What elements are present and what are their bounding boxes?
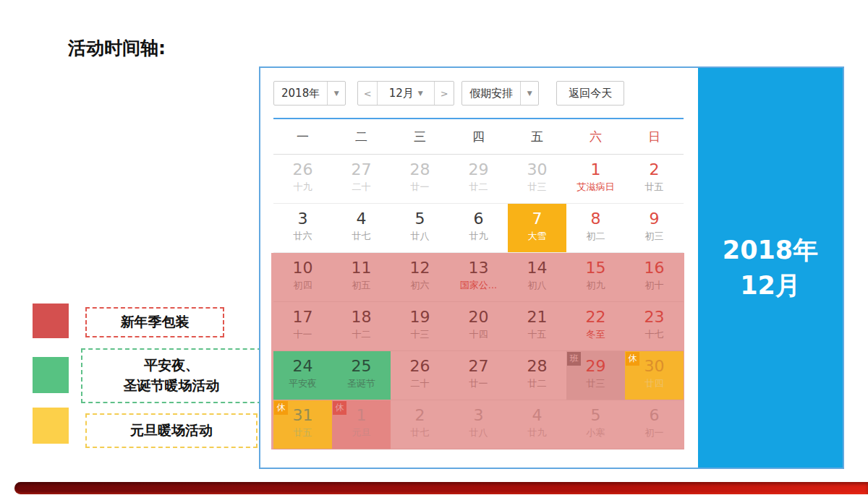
- month-select[interactable]: 12月 ▼: [378, 82, 434, 105]
- day-number: 22: [566, 307, 625, 327]
- page-title: 活动时间轴:: [68, 36, 166, 60]
- weekday-header-row: 一二三四五六日: [273, 119, 684, 155]
- calendar-day-cell[interactable]: 19十三: [391, 302, 449, 350]
- calendar-day-cell[interactable]: 9初三: [625, 204, 684, 252]
- lunar-label: 廿二: [449, 180, 508, 194]
- calendar-day-cell[interactable]: 21十五: [508, 302, 566, 350]
- calendar-grid: 一二三四五六日 26十九27二十28廿一29廿二30廿三1艾滋病日2廿五3廿六4…: [273, 118, 684, 449]
- legend-label-text: 新年季包装: [121, 312, 190, 332]
- calendar-week-row: 10初四11初五12初六13国家公...14初八15初九16初十: [273, 253, 684, 302]
- calendar-day-cell[interactable]: 18十二: [332, 302, 391, 350]
- calendar-day-cell[interactable]: 3廿八: [449, 400, 508, 449]
- calendar-day-cell[interactable]: 1艾滋病日: [566, 155, 625, 203]
- calendar-day-cell[interactable]: 13国家公...: [449, 253, 508, 301]
- calendar-day-cell[interactable]: 30廿三: [508, 155, 566, 203]
- day-number: 13: [449, 258, 508, 278]
- chevron-down-icon[interactable]: ▼: [327, 82, 345, 105]
- day-number: 16: [625, 258, 684, 278]
- calendar-day-cell[interactable]: 20十四: [449, 302, 508, 350]
- calendar-week-row: 24平安夜25圣诞节26二十27廿一28廿二班29廿三休30廿四: [273, 351, 684, 400]
- calendar-day-cell[interactable]: 23十七: [625, 302, 684, 350]
- calendar-week-row: 休31廿五休1元旦2廿七3廿八4廿九5小寒6初一: [273, 400, 684, 449]
- day-number: 25: [332, 356, 391, 376]
- back-to-today-button[interactable]: 返回今天: [556, 81, 624, 106]
- calendar-day-cell[interactable]: 3廿六: [273, 204, 332, 252]
- weekday-header: 三: [391, 119, 449, 154]
- legend-label-text: 圣诞节暖场活动: [124, 376, 220, 396]
- calendar-day-cell[interactable]: 28廿一: [391, 155, 449, 203]
- calendar-day-cell[interactable]: 17十一: [273, 302, 332, 350]
- day-number: 4: [332, 209, 391, 229]
- lunar-label: 廿八: [391, 229, 449, 243]
- lunar-label: 初六: [391, 278, 449, 292]
- calendar-day-cell[interactable]: 8初二: [566, 204, 625, 252]
- chevron-down-icon: ▼: [418, 90, 423, 97]
- lunar-label: 冬至: [566, 327, 625, 341]
- calendar-day-cell[interactable]: 休30廿四: [625, 351, 684, 400]
- calendar-day-cell[interactable]: 4廿九: [508, 400, 566, 449]
- calendar-day-cell[interactable]: 班29廿三: [566, 351, 625, 400]
- holiday-plan-value: 假期安排: [462, 87, 520, 100]
- legend-label-text: 元旦暖场活动: [130, 421, 213, 441]
- decorative-red-bar: [14, 482, 868, 494]
- calendar-day-cell[interactable]: 25圣诞节: [332, 351, 391, 400]
- day-number: 26: [391, 356, 449, 376]
- lunar-label: 廿五: [625, 180, 684, 194]
- calendar-day-cell[interactable]: 4廿七: [332, 204, 391, 252]
- lunar-label: 大雪: [508, 229, 566, 243]
- lunar-label: 十三: [391, 327, 449, 341]
- calendar-day-cell[interactable]: 27二十: [332, 155, 391, 203]
- calendar-day-cell[interactable]: 29廿二: [449, 155, 508, 203]
- lunar-label: 圣诞节: [332, 376, 391, 390]
- day-number: 3: [449, 405, 508, 426]
- lunar-label: 平安夜: [273, 376, 332, 390]
- calendar-day-cell[interactable]: 15初九: [566, 253, 625, 301]
- calendar-day-cell[interactable]: 2廿五: [625, 155, 684, 203]
- calendar-day-cell[interactable]: 12初六: [391, 253, 449, 301]
- calendar-day-cell[interactable]: 6廿九: [449, 204, 508, 252]
- lunar-label: 十一: [273, 327, 332, 341]
- lunar-label: 二十: [391, 376, 449, 390]
- calendar-day-cell[interactable]: 28廿二: [508, 351, 566, 400]
- lunar-label: 元旦: [332, 426, 391, 439]
- calendar-day-cell[interactable]: 11初五: [332, 253, 391, 301]
- calendar-day-cell[interactable]: 14初八: [508, 253, 566, 301]
- calendar-day-cell[interactable]: 27廿一: [449, 351, 508, 400]
- lunar-label: 廿七: [391, 426, 449, 439]
- lunar-label: 廿五: [273, 426, 332, 439]
- calendar-day-cell[interactable]: 休1元旦: [332, 400, 391, 449]
- calendar-day-cell[interactable]: 2廿七: [391, 400, 449, 449]
- legend-label-christmas-activity: 平安夜、 圣诞节暖场活动: [81, 348, 262, 403]
- day-number: 30: [508, 160, 566, 180]
- legend-swatch-yellow: [33, 408, 69, 444]
- slide: 活动时间轴: 新年季包装 平安夜、 圣诞节暖场活动 元旦暖场活动 2018年 ▼…: [0, 0, 868, 495]
- day-number: 6: [625, 405, 684, 426]
- calendar-day-cell[interactable]: 休31廿五: [273, 400, 332, 449]
- calendar-day-cell[interactable]: 26十九: [273, 155, 332, 203]
- calendar-day-cell[interactable]: 10初四: [273, 253, 332, 301]
- calendar-day-cell[interactable]: 26二十: [391, 351, 449, 400]
- calendar-toolbar: 2018年 ▼ < 12月 ▼ > 假期安排 ▼: [273, 81, 684, 106]
- day-number: 4: [508, 405, 566, 426]
- chevron-down-icon[interactable]: ▼: [520, 82, 538, 105]
- calendar-day-cell[interactable]: 6初一: [625, 400, 684, 449]
- year-select[interactable]: 2018年 ▼: [273, 81, 346, 106]
- prev-month-button[interactable]: <: [358, 82, 378, 105]
- calendar-day-cell[interactable]: 7大雪: [508, 204, 566, 252]
- calendar-day-cell[interactable]: 5廿八: [391, 204, 449, 252]
- day-number: 5: [391, 209, 449, 229]
- day-number: 28: [508, 356, 566, 376]
- calendar-day-cell[interactable]: 5小寒: [566, 400, 625, 449]
- month-nav-group: < 12月 ▼ >: [357, 81, 454, 106]
- calendar-day-cell[interactable]: 22冬至: [566, 302, 625, 350]
- calendar-day-cell[interactable]: 16初十: [625, 253, 684, 301]
- calendar-day-cell[interactable]: 24平安夜: [273, 351, 332, 400]
- weekday-header: 六: [566, 119, 625, 154]
- next-month-button[interactable]: >: [434, 82, 454, 105]
- lunar-label: 廿四: [625, 376, 684, 390]
- holiday-plan-select[interactable]: 假期安排 ▼: [461, 81, 539, 106]
- lunar-label: 廿九: [449, 229, 508, 243]
- weekday-header: 日: [625, 119, 684, 154]
- lunar-label: 廿七: [332, 229, 391, 243]
- weekday-header: 四: [449, 119, 508, 154]
